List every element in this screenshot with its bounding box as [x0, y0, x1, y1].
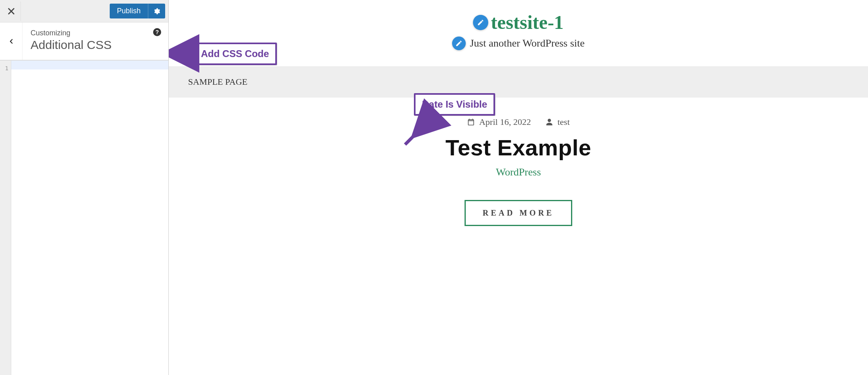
post-category[interactable]: WordPress — [204, 166, 833, 178]
post-author-text: test — [557, 117, 570, 127]
post-date-text: April 16, 2022 — [479, 117, 531, 127]
panel-header: Customizing Additional CSS ? — [0, 22, 168, 60]
nav-bar: SAMPLE PAGE — [169, 66, 868, 98]
close-customizer-button[interactable] — [2, 2, 21, 21]
user-icon — [545, 118, 553, 126]
post-author: test — [545, 117, 570, 127]
panel-titles: Customizing Additional CSS ? — [23, 22, 168, 60]
annotation-arrow-add-css — [169, 43, 197, 65]
post-card: April 16, 2022 test Test Example WordPre… — [188, 98, 849, 250]
nav-item-sample-page[interactable]: SAMPLE PAGE — [188, 77, 248, 87]
help-button[interactable]: ? — [153, 28, 161, 36]
publish-group: Publish — [110, 4, 165, 18]
css-code-input[interactable] — [11, 61, 168, 375]
close-icon — [7, 7, 16, 16]
svg-line-1 — [405, 116, 433, 145]
read-more-button[interactable]: READ MORE — [465, 200, 572, 226]
gear-icon — [153, 8, 160, 15]
calendar-icon — [467, 118, 475, 126]
pencil-icon — [477, 19, 484, 26]
site-preview: testsite-1 Just another WordPress site S… — [169, 0, 868, 375]
annotation-arrow-date — [397, 113, 441, 155]
annotation-add-css: Add CSS Code — [193, 43, 277, 65]
css-editor: 1 — [0, 60, 168, 375]
customizer-panel: Publish Customizing Additional CSS ? 1 — [0, 0, 169, 375]
post-title[interactable]: Test Example — [204, 135, 833, 161]
chevron-left-icon — [8, 37, 14, 46]
site-tagline: Just another WordPress site — [470, 37, 585, 49]
annotation-date-visible: Date Is Visible — [414, 93, 495, 116]
post-date: April 16, 2022 — [467, 117, 531, 127]
panel-title: Additional CSS — [31, 38, 160, 52]
publish-settings-button[interactable] — [148, 4, 165, 18]
edit-tagline-button[interactable] — [452, 37, 466, 50]
panel-breadcrumb: Customizing — [31, 29, 160, 37]
edit-site-title-button[interactable] — [473, 15, 488, 30]
site-title[interactable]: testsite-1 — [491, 11, 563, 33]
publish-button[interactable]: Publish — [110, 4, 148, 18]
editor-gutter: 1 — [0, 61, 11, 375]
back-button[interactable] — [0, 22, 23, 60]
pencil-icon — [455, 40, 463, 47]
customizer-topbar: Publish — [0, 0, 168, 22]
post-meta: April 16, 2022 test — [204, 117, 833, 127]
line-number: 1 — [0, 64, 11, 73]
